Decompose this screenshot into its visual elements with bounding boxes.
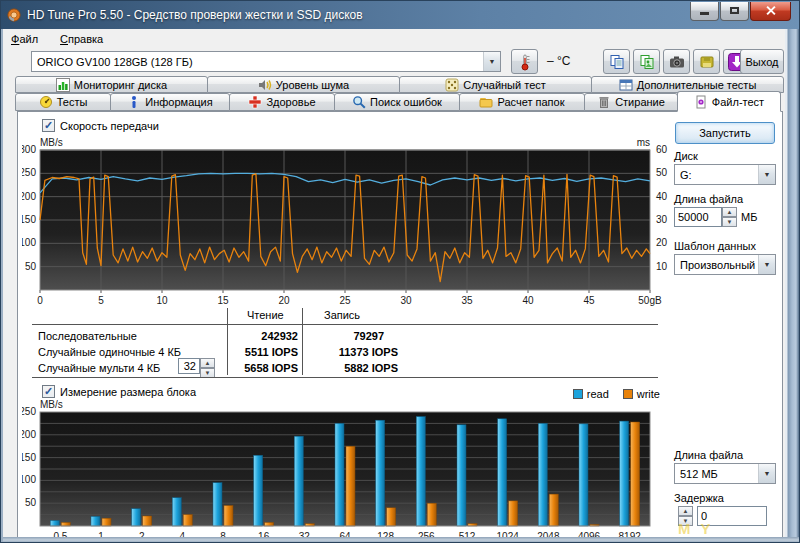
block-file-length-value: 512 МБ <box>675 468 758 480</box>
window-bottom-border <box>1 537 800 542</box>
write-swatch <box>623 389 633 399</box>
maximize-button[interactable] <box>720 2 749 21</box>
data-pattern-selector[interactable]: Произвольный ▼ <box>674 254 776 275</box>
svg-text:10: 10 <box>156 295 168 306</box>
svg-text:35: 35 <box>461 295 473 306</box>
row-random-multi-write: 5882 IOPS <box>308 362 398 374</box>
svg-text:5: 5 <box>98 295 104 306</box>
disk-selector[interactable]: G: ▼ <box>674 164 776 185</box>
spinner-down-icon[interactable]: ▼ <box>722 217 737 227</box>
file-length-unit: МБ <box>741 211 757 223</box>
toolbar: ORICO GV100 128GB (128 ГБ) ▼ – °C <box>3 48 787 76</box>
chevron-down-icon: ▼ <box>483 52 500 71</box>
minimize-button[interactable] <box>690 2 719 21</box>
svg-text:45: 45 <box>583 295 595 306</box>
error-scan-icon <box>352 95 366 109</box>
chevron-down-icon: ▼ <box>758 464 775 483</box>
save-button[interactable] <box>693 49 720 74</box>
row-random-multi-label: Случайные мульти 4 КБ <box>38 362 160 374</box>
save-icon <box>699 54 715 70</box>
tab-folder-usage[interactable]: Расчет папок <box>459 93 585 111</box>
svg-text:50: 50 <box>25 261 37 272</box>
disk-label: Диск <box>674 150 698 162</box>
table-divider <box>302 308 303 375</box>
info-icon <box>127 95 141 109</box>
run-button[interactable]: Запустить <box>675 122 775 144</box>
file-length-control: ▲▼ МБ <box>674 207 757 227</box>
data-pattern-value: Произвольный <box>675 259 758 271</box>
checkbox-check-icon: ✓ <box>42 385 55 398</box>
tests-icon <box>39 95 53 109</box>
svg-text:250: 250 <box>22 406 36 417</box>
svg-text:30: 30 <box>400 295 412 306</box>
chevron-down-icon: ▼ <box>758 255 775 274</box>
transfer-speed-checkbox[interactable]: ✓ Скорость передачи <box>42 119 159 132</box>
random-test-icon <box>445 78 459 92</box>
svg-text:300: 300 <box>22 144 36 155</box>
tab-label: Здоровье <box>266 96 315 108</box>
tab-health[interactable]: Здоровье <box>229 93 335 111</box>
results-header-write: Запись <box>324 309 360 321</box>
extra-tests-icon <box>619 78 633 92</box>
tab-label: Тесты <box>57 96 88 108</box>
tab-label: Информация <box>145 96 212 108</box>
svg-text:40: 40 <box>522 295 534 306</box>
file-benchmark-icon <box>694 95 708 109</box>
exit-button[interactable]: Выход <box>740 49 784 74</box>
block-size-checkbox[interactable]: ✓ Измерение размера блока <box>42 385 196 398</box>
svg-text:0: 0 <box>37 295 43 306</box>
tab-information[interactable]: Информация <box>110 93 230 111</box>
app-icon <box>7 8 21 22</box>
svg-text:50: 50 <box>656 167 668 178</box>
title-bar: HD Tune Pro 5.50 - Средство проверки жес… <box>1 1 800 29</box>
tab-error-scan[interactable]: Поиск ошибок <box>334 93 460 111</box>
tab-tests[interactable]: Тесты <box>15 93 111 111</box>
results-header-read: Чтение <box>247 309 284 321</box>
svg-text:ms: ms <box>637 138 650 148</box>
tab-disk-monitor[interactable]: Мониторинг диска <box>15 76 208 93</box>
legend-write-label: write <box>637 388 660 400</box>
copy-icon <box>609 54 625 70</box>
svg-text:50: 50 <box>25 497 37 508</box>
spinner-up-icon[interactable]: ▲ <box>722 207 737 217</box>
spinner-arrows[interactable]: ▲▼ <box>722 207 737 227</box>
tab-file-benchmark[interactable]: Файл-тест <box>677 91 781 112</box>
minimize-icon <box>700 12 709 15</box>
svg-text:200: 200 <box>22 191 36 202</box>
temperature-button[interactable] <box>511 49 538 74</box>
transfer-speed-chart: 3002502001501005005101520253035404550gB6… <box>22 138 674 314</box>
drive-selector[interactable]: ORICO GV100 128GB (128 ГБ) ▼ <box>31 51 501 72</box>
screenshot-button[interactable] <box>663 49 690 74</box>
svg-text:15: 15 <box>217 295 229 306</box>
health-icon <box>248 95 262 109</box>
tab-label: Файл-тест <box>712 96 764 108</box>
close-button[interactable] <box>750 2 791 21</box>
file-length-label: Длина файла <box>674 193 743 205</box>
legend-read: read <box>573 388 609 400</box>
copy-image-button[interactable] <box>633 49 660 74</box>
tab-noise-level[interactable]: Уровень шума <box>207 76 400 93</box>
tab-row-secondary: Мониторинг диска Уровень шума Случайный … <box>15 76 783 93</box>
svg-text:10: 10 <box>656 261 668 272</box>
legend-read-label: read <box>587 388 609 400</box>
spinner-up-icon[interactable]: ▲ <box>678 506 693 516</box>
svg-text:150: 150 <box>22 214 36 225</box>
file-length-input[interactable] <box>674 207 722 227</box>
table-divider <box>32 377 658 378</box>
menu-file[interactable]: Файл <box>11 33 38 45</box>
svg-text:25: 25 <box>339 295 351 306</box>
tab-label: Мониторинг диска <box>74 79 167 91</box>
legend-write: write <box>623 388 660 400</box>
erase-icon <box>597 95 611 109</box>
run-button-label: Запустить <box>699 127 751 139</box>
block-file-length-selector[interactable]: 512 МБ ▼ <box>674 463 776 484</box>
tab-row-primary: Тесты Информация Здоровье Поиск ошибок <box>15 93 780 111</box>
window-title: HD Tune Pro 5.50 - Средство проверки жес… <box>27 8 690 22</box>
copy-button[interactable] <box>603 49 630 74</box>
tab-erase[interactable]: Стирание <box>584 93 678 111</box>
tab-label: Стирание <box>615 96 665 108</box>
row-random-single-write: 11373 IOPS <box>308 346 398 358</box>
menu-help[interactable]: Справка <box>60 33 103 45</box>
tab-random-test[interactable]: Случайный тест <box>399 76 592 93</box>
row-sequential-read: 242932 <box>162 330 298 342</box>
